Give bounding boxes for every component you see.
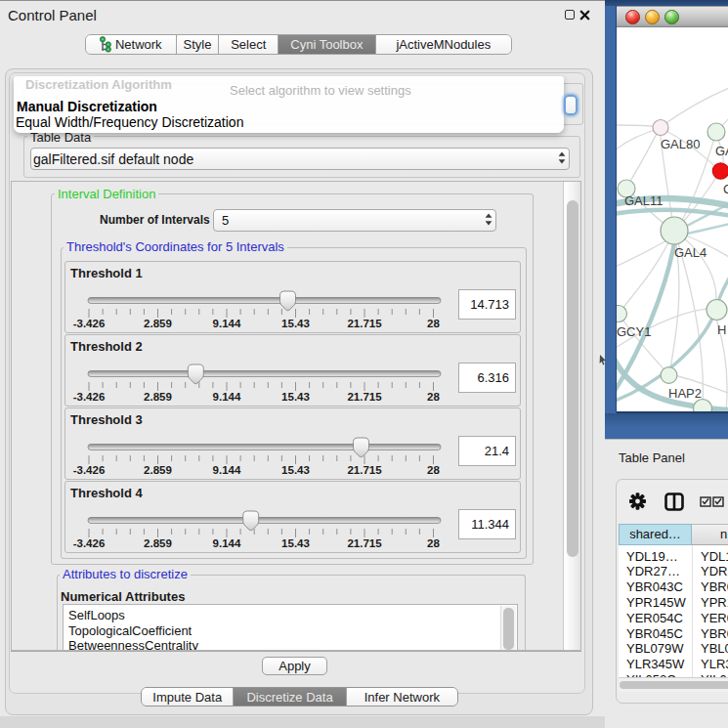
svg-text:9.144: 9.144 <box>213 318 241 329</box>
svg-text:-3.426: -3.426 <box>73 318 106 329</box>
svg-text:2.859: 2.859 <box>144 391 172 403</box>
svg-text:28: 28 <box>427 464 440 476</box>
svg-text:GCY1: GCY1 <box>617 324 651 339</box>
svg-text:9.144: 9.144 <box>213 537 241 549</box>
svg-text:28: 28 <box>427 318 440 329</box>
svg-text:21.715: 21.715 <box>347 464 382 476</box>
svg-text:15.43: 15.43 <box>281 318 310 329</box>
svg-text:GAL11: GAL11 <box>624 193 664 208</box>
svg-text:GA: GA <box>715 144 728 158</box>
svg-text:21.715: 21.715 <box>347 537 382 549</box>
svg-text:2.859: 2.859 <box>144 318 172 329</box>
svg-text:-3.426: -3.426 <box>73 537 106 549</box>
svg-text:15.43: 15.43 <box>281 391 310 403</box>
svg-text:28: 28 <box>427 391 440 403</box>
svg-text:9.144: 9.144 <box>213 464 241 476</box>
svg-text:2.859: 2.859 <box>144 464 172 476</box>
svg-text:2.859: 2.859 <box>144 537 172 549</box>
svg-text:GAL4: GAL4 <box>674 245 707 260</box>
svg-text:15.43: 15.43 <box>281 464 310 476</box>
svg-text:C: C <box>723 182 728 196</box>
svg-text:H: H <box>717 322 726 337</box>
svg-text:21.715: 21.715 <box>347 391 382 403</box>
svg-text:-3.426: -3.426 <box>73 391 106 403</box>
svg-text:15.43: 15.43 <box>281 537 310 549</box>
svg-text:HAP2: HAP2 <box>668 386 702 401</box>
svg-text:-3.426: -3.426 <box>73 464 106 476</box>
svg-text:9.144: 9.144 <box>213 391 241 403</box>
svg-text:21.715: 21.715 <box>347 318 382 329</box>
svg-text:28: 28 <box>427 537 440 549</box>
svg-text:GAL80: GAL80 <box>661 137 700 151</box>
